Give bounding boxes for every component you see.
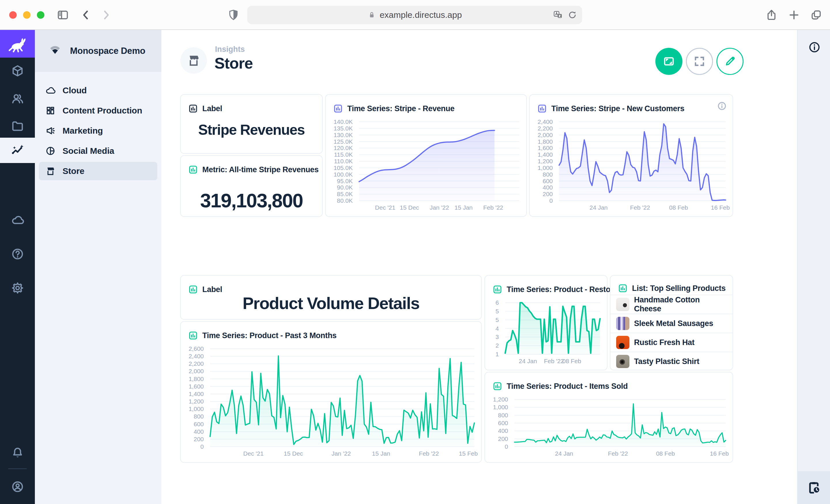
main-content: Insights Store Label Stripe Revenues Met… bbox=[161, 30, 797, 504]
sidebar-item-label: Content Production bbox=[63, 106, 142, 115]
info-icon bbox=[717, 101, 727, 111]
panel-label-product: Label Product Volume Details bbox=[180, 275, 482, 320]
product-thumbnail bbox=[616, 355, 630, 368]
breadcrumb[interactable]: Insights bbox=[215, 45, 245, 54]
project-logo-icon bbox=[47, 43, 63, 59]
pencil-icon bbox=[724, 55, 736, 68]
info-sidebar-button[interactable] bbox=[808, 41, 821, 54]
product-thumbnail bbox=[616, 298, 630, 311]
fullscreen-button[interactable] bbox=[686, 48, 713, 75]
panel-icon bbox=[618, 283, 628, 293]
navigation-sidebar: Monospace Demo Cloud Content Production … bbox=[35, 30, 161, 504]
clipboard-clock-icon bbox=[806, 480, 821, 495]
cloud-icon bbox=[45, 85, 56, 96]
module-files[interactable] bbox=[0, 113, 35, 139]
help-icon bbox=[11, 247, 24, 261]
panel-title: Label bbox=[202, 285, 222, 294]
sidebar-item-content-production[interactable]: Content Production bbox=[39, 101, 157, 120]
forward-icon[interactable] bbox=[100, 9, 113, 21]
new-tab-icon[interactable] bbox=[788, 9, 800, 21]
zoom-to-fit-button[interactable] bbox=[656, 48, 682, 75]
box-icon bbox=[11, 64, 24, 77]
megaphone-icon bbox=[45, 126, 56, 136]
back-icon[interactable] bbox=[79, 9, 92, 21]
product-name: Tasty Plastic Shirt bbox=[634, 357, 699, 366]
storefront-icon bbox=[45, 166, 56, 176]
dashboard-icon-circle bbox=[181, 47, 207, 74]
panel-title: List: Top Selling Products bbox=[632, 284, 726, 293]
lock-icon bbox=[368, 11, 376, 19]
panel-icon bbox=[188, 165, 198, 174]
panel-icon bbox=[333, 104, 343, 113]
product-name: Sleek Metal Sausages bbox=[634, 319, 713, 328]
cloud-icon bbox=[11, 213, 24, 227]
sidebar-item-social-media[interactable]: Social Media bbox=[39, 142, 157, 160]
fullscreen-icon bbox=[693, 55, 706, 68]
edit-dashboard-button[interactable] bbox=[716, 48, 743, 75]
pie-chart-icon bbox=[45, 146, 56, 156]
panel-list-top-products: List: Top Selling Products Handmade Cott… bbox=[610, 275, 733, 370]
product-name: Rustic Fresh Hat bbox=[634, 338, 695, 347]
folder-icon bbox=[11, 120, 24, 133]
translate-icon[interactable] bbox=[553, 10, 563, 20]
sidebar-item-cloud[interactable]: Cloud bbox=[39, 81, 157, 100]
module-cloud[interactable] bbox=[0, 207, 35, 233]
label-text: Product Volume Details bbox=[187, 293, 476, 313]
panel-title: Time Series: Stripe - New Customers bbox=[551, 104, 684, 113]
rabbit-icon bbox=[7, 34, 28, 54]
zoom-window-button[interactable] bbox=[37, 11, 44, 19]
panel-title: Time Series: Product - Items Sold bbox=[507, 382, 628, 391]
module-content[interactable] bbox=[0, 58, 35, 83]
account-button[interactable] bbox=[0, 474, 35, 499]
close-window-button[interactable] bbox=[9, 11, 17, 19]
storefront-icon bbox=[187, 54, 200, 67]
directus-logo[interactable] bbox=[0, 30, 35, 58]
dashboard-list: Cloud Content Production Marketing Socia… bbox=[35, 72, 161, 180]
page-header: Insights Store bbox=[161, 30, 797, 96]
sidebar-item-label: Cloud bbox=[63, 86, 87, 95]
privacy-shield-icon[interactable] bbox=[227, 9, 240, 21]
module-settings[interactable] bbox=[0, 275, 35, 301]
panel-metric-stripe: Metric: All-time Stripe Revenues 319,103… bbox=[180, 155, 323, 217]
list-item[interactable]: Sleek Metal Sausages bbox=[610, 314, 733, 333]
panel-title: Time Series: Product - Past 3 Months bbox=[202, 331, 337, 340]
sidebar-item-label: Marketing bbox=[63, 126, 103, 136]
panel-chart-stripe-revenue: Time Series: Stripe - Revenue 140.0K135.… bbox=[325, 94, 527, 217]
frame-icon bbox=[663, 55, 675, 68]
module-insights[interactable] bbox=[0, 138, 35, 163]
address-bar[interactable]: example.directus.app bbox=[247, 6, 582, 24]
project-header[interactable]: Monospace Demo bbox=[35, 30, 161, 72]
module-help[interactable] bbox=[0, 241, 35, 267]
module-users[interactable] bbox=[0, 86, 35, 111]
list-item[interactable]: Rustic Fresh Hat bbox=[610, 333, 733, 351]
panel-info-button[interactable] bbox=[717, 101, 727, 111]
toggle-sidebar-icon[interactable] bbox=[57, 9, 69, 21]
screen: example.directus.app Monospace Demo bbox=[0, 0, 830, 504]
sidebar-item-store[interactable]: Store bbox=[39, 162, 157, 180]
insights-sparkle-icon bbox=[11, 144, 24, 157]
panel-title: Metric: All-time Stripe Revenues bbox=[202, 165, 319, 174]
reload-icon[interactable] bbox=[567, 10, 578, 20]
avatar-icon bbox=[11, 480, 24, 493]
bell-icon bbox=[11, 446, 24, 459]
module-bar bbox=[0, 30, 35, 504]
sidebar-item-label: Store bbox=[63, 166, 85, 176]
panel-chart-restocks: Time Series: Product - Restocks 65543212… bbox=[484, 275, 608, 370]
minimize-window-button[interactable] bbox=[23, 11, 31, 19]
project-name: Monospace Demo bbox=[70, 46, 145, 56]
tab-overview-icon[interactable] bbox=[810, 9, 823, 21]
divider bbox=[8, 468, 27, 469]
share-icon[interactable] bbox=[765, 9, 778, 21]
panel-chart-new-customers: Time Series: Stripe - New Customers 2,40… bbox=[529, 94, 733, 217]
list-item[interactable]: Handmade Cotton Cheese bbox=[610, 295, 733, 314]
panel-label-stripe: Label Stripe Revenues bbox=[180, 94, 323, 154]
product-thumbnail bbox=[616, 336, 630, 349]
metric-value: 319,103,800 bbox=[181, 190, 322, 210]
list-item[interactable]: Tasty Plastic Shirt bbox=[610, 351, 733, 371]
panel-chart-items-sold: Time Series: Product - Items Sold 1,2001… bbox=[484, 372, 733, 463]
panel-title: Time Series: Stripe - Revenue bbox=[347, 104, 454, 113]
activity-sidebar-button[interactable] bbox=[798, 471, 830, 504]
notifications-button[interactable] bbox=[0, 440, 35, 465]
page-title: Store bbox=[215, 54, 253, 72]
sidebar-item-marketing[interactable]: Marketing bbox=[39, 122, 157, 140]
